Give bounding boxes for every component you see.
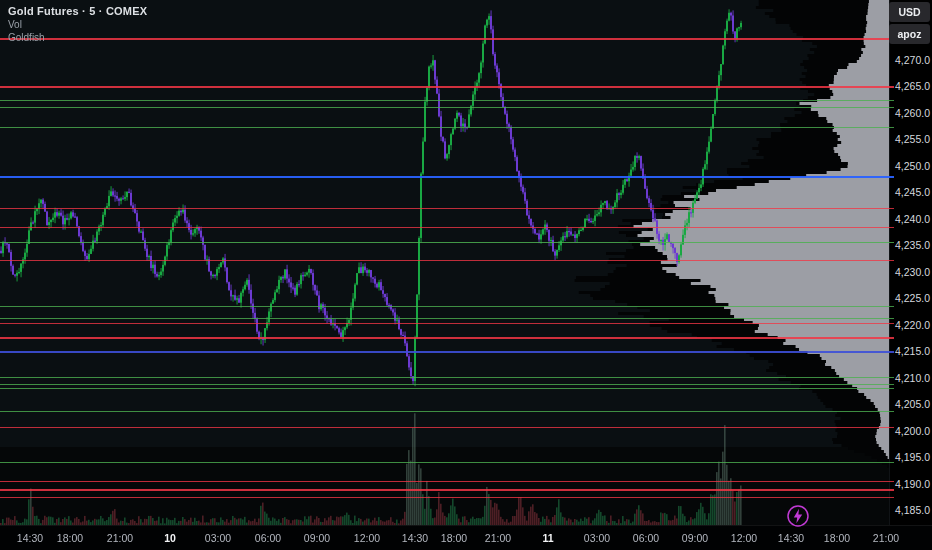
time-tick-label: 12:00 [354, 532, 380, 544]
time-tick-label: 09:00 [304, 532, 330, 544]
time-tick-label: 06:00 [633, 532, 659, 544]
unit-apoz-button[interactable]: apoz [889, 24, 930, 44]
indicator-goldfish[interactable]: Goldfish [8, 32, 147, 43]
time-tick-label: 18:00 [824, 532, 850, 544]
price-tick-label: 4,210.0 [895, 372, 930, 384]
time-tick-label: 14:30 [778, 532, 804, 544]
price-tick-label: 4,235.0 [895, 239, 930, 251]
symbol-title[interactable]: Gold Futures · 5 · COMEX [8, 5, 147, 17]
time-tick-day-label: 10 [164, 532, 176, 544]
boost-button[interactable] [786, 504, 810, 528]
time-tick-label: 03:00 [205, 532, 231, 544]
time-tick-label: 09:00 [682, 532, 708, 544]
price-tick-label: 4,245.0 [895, 186, 930, 198]
chart-window: Gold Futures · 5 · COMEX Vol Goldfish 4,… [0, 0, 932, 550]
time-tick-label: 12:00 [731, 532, 757, 544]
time-tick-label: 06:00 [255, 532, 281, 544]
time-tick-label: 21:00 [485, 532, 511, 544]
price-axis[interactable]: 4,270.04,265.04,260.04,255.04,250.04,245… [889, 0, 932, 525]
time-axis[interactable]: 14:3018:0021:001003:0006:0009:0012:0014:… [0, 525, 932, 550]
price-tick-label: 4,190.0 [895, 478, 930, 490]
price-tick-label: 4,250.0 [895, 160, 930, 172]
price-tick-label: 4,205.0 [895, 398, 930, 410]
time-tick-label: 03:00 [584, 532, 610, 544]
price-tick-label: 4,195.0 [895, 451, 930, 463]
currency-usd-button[interactable]: USD [889, 2, 930, 22]
unit-buttons: USD apoz [888, 2, 931, 46]
price-tick-label: 4,265.0 [895, 80, 930, 92]
price-tick-label: 4,260.0 [895, 107, 930, 119]
legend: Gold Futures · 5 · COMEX Vol Goldfish [8, 5, 147, 43]
indicator-vol[interactable]: Vol [8, 19, 147, 30]
price-tick-label: 4,255.0 [895, 133, 930, 145]
price-tick-label: 4,215.0 [895, 345, 930, 357]
lightning-icon [786, 504, 810, 528]
time-tick-label: 14:30 [402, 532, 428, 544]
price-tick-label: 4,270.0 [895, 54, 930, 66]
time-tick-label: 21:00 [873, 532, 899, 544]
price-tick-label: 4,185.0 [895, 504, 930, 516]
price-tick-label: 4,240.0 [895, 213, 930, 225]
price-tick-label: 4,220.0 [895, 319, 930, 331]
price-tick-label: 4,230.0 [895, 266, 930, 278]
time-tick-label: 21:00 [107, 532, 133, 544]
price-tick-label: 4,225.0 [895, 292, 930, 304]
price-tick-label: 4,200.0 [895, 425, 930, 437]
time-tick-day-label: 11 [542, 532, 553, 544]
chart-canvas[interactable] [0, 0, 932, 550]
time-tick-label: 18:00 [441, 532, 467, 544]
time-tick-label: 18:00 [57, 532, 83, 544]
time-tick-label: 14:30 [17, 532, 43, 544]
